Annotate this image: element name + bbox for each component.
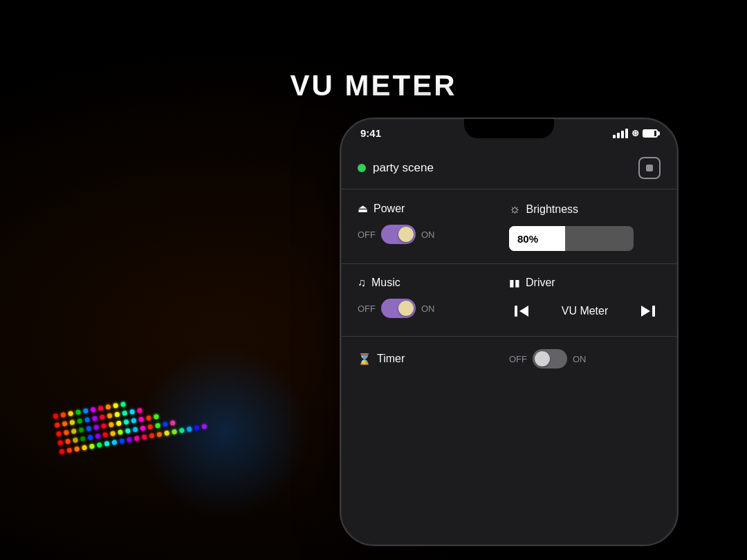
brightness-value: 80% (517, 233, 538, 245)
brightness-value-box: 80% (509, 226, 565, 251)
brightness-icon: ☼ (509, 202, 521, 216)
stop-icon (646, 165, 653, 171)
power-label-row: ⏏ Power (358, 202, 509, 215)
scene-header: party scene (341, 149, 677, 189)
timer-off-label: OFF (509, 354, 527, 364)
music-off-label: OFF (358, 304, 376, 314)
svg-marker-3 (641, 306, 650, 317)
music-icon: ♫ (358, 277, 366, 289)
brightness-label: Brightness (526, 203, 579, 216)
music-label: Music (371, 277, 400, 289)
scene-name: party scene (373, 161, 434, 175)
music-toggle-thumb (398, 301, 414, 316)
svg-marker-1 (519, 306, 528, 317)
scene-name-row: party scene (358, 161, 434, 175)
driver-controls-row: VU Meter (509, 299, 661, 324)
driver-label-row: ▮▮ Driver (509, 277, 661, 289)
phone-mockup: 9:41 ⊛ party scene (340, 118, 679, 546)
power-toggle-row: OFF ON (358, 225, 509, 244)
brightness-track: 80% (509, 226, 634, 251)
active-indicator (358, 164, 366, 172)
timer-label-row: ⌛ Timer (358, 353, 509, 366)
timer-toggle-thumb (535, 351, 550, 366)
svg-rect-2 (652, 306, 655, 317)
music-on-label: ON (421, 304, 435, 314)
brightness-label-row: ☼ Brightness (509, 202, 661, 216)
power-control: ⏏ Power OFF ON (358, 202, 509, 251)
driver-name: VU Meter (562, 305, 609, 317)
power-off-label: OFF (358, 230, 376, 240)
brightness-slider[interactable]: 80% (509, 226, 661, 251)
svg-rect-0 (515, 306, 517, 317)
music-driver-section: ♫ Music OFF ON ▮▮ Driver (341, 264, 677, 337)
signal-bar-4 (625, 129, 628, 138)
brightness-control: ☼ Brightness 80% (509, 202, 661, 251)
signal-bars-icon (613, 129, 628, 138)
timer-icon: ⌛ (358, 353, 371, 366)
signal-bar-2 (617, 133, 620, 138)
wifi-icon: ⊛ (631, 128, 639, 138)
timer-section: ⌛ Timer OFF ON (341, 337, 677, 381)
driver-icon: ▮▮ (509, 277, 520, 288)
prev-icon (512, 301, 531, 321)
driver-label: Driver (526, 277, 555, 289)
battery-fill (644, 131, 654, 136)
phone-screen: party scene ⏏ Power OFF ON (341, 149, 677, 381)
music-toggle[interactable] (381, 299, 416, 318)
signal-bar-1 (613, 135, 616, 138)
stop-button[interactable] (638, 157, 661, 179)
timer-on-label: ON (573, 354, 587, 364)
power-toggle[interactable] (381, 225, 416, 244)
power-on-label: ON (421, 230, 435, 240)
status-time: 9:41 (360, 127, 381, 139)
next-driver-button[interactable] (636, 299, 661, 324)
timer-toggle[interactable] (533, 349, 567, 368)
phone-notch (464, 119, 554, 138)
signal-bar-3 (621, 131, 624, 138)
power-icon: ⏏ (358, 202, 368, 215)
driver-control: ▮▮ Driver VU Meter (509, 277, 661, 324)
music-label-row: ♫ Music (358, 277, 509, 289)
music-control: ♫ Music OFF ON (358, 277, 509, 324)
timer-toggle-row: OFF ON (509, 349, 661, 368)
prev-driver-button[interactable] (509, 299, 534, 324)
power-label: Power (374, 203, 405, 215)
status-icons: ⊛ (613, 128, 658, 138)
page-title: VU METER (290, 69, 456, 102)
music-toggle-row: OFF ON (358, 299, 509, 318)
next-icon (638, 301, 658, 321)
timer-label: Timer (377, 353, 405, 365)
power-brightness-section: ⏏ Power OFF ON ☼ Brightness (341, 189, 677, 264)
battery-icon (643, 129, 658, 138)
power-toggle-thumb (398, 227, 414, 242)
